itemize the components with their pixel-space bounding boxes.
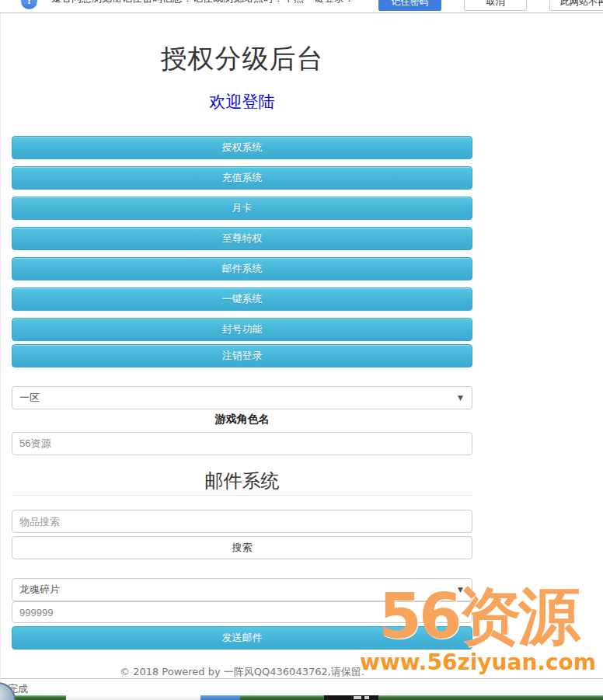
- page-title: 授权分级后台: [12, 41, 472, 77]
- role-name-input[interactable]: [12, 432, 472, 455]
- nav-button-ban-function[interactable]: 封号功能: [12, 318, 472, 341]
- taskbar-button[interactable]: [66, 695, 200, 700]
- item-search-input[interactable]: [12, 510, 472, 533]
- item-select-value: 龙魂碎片: [19, 583, 60, 595]
- zone-select-value: 一区: [19, 392, 40, 403]
- dropdown-arrow-icon: ▼: [458, 579, 463, 601]
- nav-button-stack: 授权系统 充值系统 月卡 至尊特权 邮件系统 一键系统 封号功能 注销登录: [12, 136, 472, 374]
- taskbar-button-active[interactable]: [200, 695, 240, 700]
- send-mail-button[interactable]: 发送邮件: [12, 626, 472, 650]
- nav-button-supreme-privilege[interactable]: 至尊特权: [12, 227, 472, 250]
- nav-button-mail-system[interactable]: 邮件系统: [12, 257, 472, 280]
- item-select[interactable]: 龙魂碎片 ▼: [12, 578, 472, 601]
- mail-section-heading: 邮件系统: [12, 468, 472, 493]
- taskbar-button-detail: [354, 696, 361, 699]
- never-ask-button[interactable]: 此网站不再询问: [549, 0, 603, 11]
- role-name-label: 游戏角色名: [12, 413, 472, 427]
- taskbar-button[interactable]: [9, 695, 66, 700]
- zone-select[interactable]: 一区 ▼: [12, 386, 472, 409]
- taskbar-button[interactable]: [240, 695, 324, 700]
- copyright-footer: © 2018 Powered by 一阵风QQ436043762,请保留.: [12, 665, 472, 679]
- taskbar-button-detail: [364, 696, 369, 699]
- nav-button-auth-system[interactable]: 授权系统: [12, 136, 472, 159]
- welcome-login-link[interactable]: 欢迎登陆: [12, 91, 472, 113]
- page-content: 授权分级后台 欢迎登陆 授权系统 充值系统 月卡 至尊特权 邮件系统 一键系统 …: [0, 13, 603, 677]
- nav-button-month-card[interactable]: 月卡: [12, 197, 472, 220]
- taskbar-button[interactable]: [324, 695, 378, 700]
- screenshot-root: { "infobar": { "icon": "key-icon", "mess…: [0, 0, 603, 700]
- cancel-button[interactable]: 取消: [464, 0, 527, 11]
- taskbar-button[interactable]: [378, 695, 603, 700]
- quantity-input[interactable]: [12, 601, 472, 623]
- browser-status-bar: 完成: [0, 678, 603, 696]
- infobar-message: 是否同意浏览器记住密码信息？记住既浏览站点时？不然一键登录！: [51, 0, 354, 5]
- remember-password-button[interactable]: 记住密码: [378, 0, 441, 11]
- nav-button-logout[interactable]: 注销登录: [12, 344, 472, 367]
- nav-button-recharge-system[interactable]: 充值系统: [12, 166, 472, 190]
- section-divider: [12, 495, 472, 496]
- nav-button-onekey-system[interactable]: 一键系统: [12, 287, 472, 311]
- search-button[interactable]: 搜索: [12, 536, 472, 559]
- dropdown-arrow-icon: ▼: [458, 387, 463, 409]
- browser-infobar: ! 是否同意浏览器记住密码信息？记住既浏览站点时？不然一键登录！ 记住密码 取消…: [0, 0, 603, 13]
- key-icon: !: [21, 0, 37, 9]
- taskbar-sliver: [0, 695, 603, 700]
